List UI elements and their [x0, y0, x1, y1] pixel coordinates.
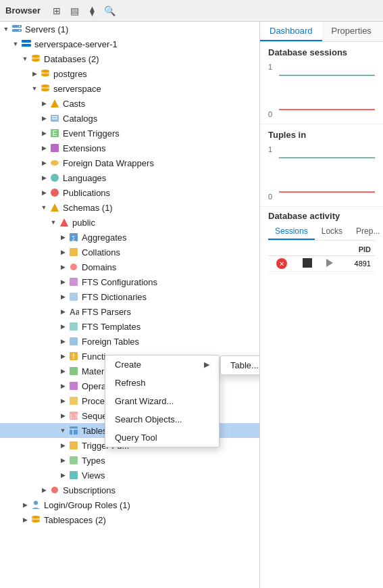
toggle-foreigntables[interactable]: ▶: [58, 337, 68, 346]
toggle-postgres[interactable]: ▶: [30, 69, 39, 78]
svg-rect-34: [70, 322, 78, 330]
toggle-eventtriggers[interactable]: ▶: [39, 128, 49, 138]
tree-node-server1[interactable]: ▼serverspace-server-1: [0, 36, 259, 51]
tree-node-views[interactable]: ▶Views: [0, 468, 259, 483]
toggle-publications[interactable]: ▶: [39, 188, 49, 197]
svg-rect-47: [70, 456, 78, 464]
toggle-domains[interactable]: ▶: [58, 262, 68, 272]
label-databases: Databases (2): [44, 54, 99, 64]
toggle-matviews[interactable]: ▶: [58, 366, 68, 376]
toggle-loginroles[interactable]: ▶: [20, 500, 30, 510]
tree-node-loginroles[interactable]: ▶Login/Group Roles (1): [0, 497, 259, 512]
toggle-ftsconfigs[interactable]: ▶: [58, 277, 68, 287]
tree-node-serverspace[interactable]: ▼serverspace: [0, 81, 259, 96]
tab-properties[interactable]: Properties: [322, 22, 381, 41]
toggle-public[interactable]: ▼: [49, 218, 58, 227]
tree-node-postgres[interactable]: ▶postgres: [0, 66, 259, 81]
tree-node-schemas[interactable]: ▼Schemas (1): [0, 200, 259, 215]
tree-node-catalogs[interactable]: ▶Catalogs: [0, 111, 259, 126]
tree-node-subscriptions[interactable]: ▶Subscriptions: [0, 483, 259, 497]
toggle-ftstemplates[interactable]: ▶: [58, 322, 68, 331]
toggle-languages[interactable]: ▶: [39, 173, 49, 182]
toggle-schemas[interactable]: ▼: [39, 203, 49, 212]
toggle-databases[interactable]: ▼: [20, 54, 30, 64]
toggle-serverspace[interactable]: ▼: [30, 84, 39, 93]
tree-node-collations[interactable]: ▶Collations: [0, 245, 259, 260]
filter-icon[interactable]: ⧫: [84, 3, 100, 19]
toggle-servers[interactable]: ▼: [1, 24, 11, 34]
toggle-collations[interactable]: ▶: [58, 247, 68, 257]
toggle-subscriptions[interactable]: ▶: [39, 485, 49, 495]
svg-rect-35: [70, 337, 78, 345]
toggle-foreignwrappers[interactable]: ▶: [39, 158, 49, 168]
context-menu-item-0[interactable]: Create▶Table...: [105, 356, 219, 374]
toggle-tablespaces[interactable]: ▶: [20, 515, 30, 524]
tree-node-aggregates[interactable]: ▶∑Aggregates: [0, 230, 259, 245]
label-ftsdicts: FTS Dictionaries: [82, 292, 147, 302]
toggle-tables[interactable]: ▼: [58, 426, 68, 435]
toggle-server1[interactable]: ▼: [11, 39, 20, 49]
tree-node-tablespaces[interactable]: ▶Tablespaces (2): [0, 512, 259, 527]
context-menu-item-1[interactable]: Refresh: [105, 374, 219, 392]
tree-node-languages[interactable]: ▶Languages: [0, 170, 259, 185]
tree-node-foreigntables[interactable]: ▶Foreign Tables: [0, 334, 259, 349]
action-play[interactable]: [320, 256, 340, 272]
table-icon[interactable]: ▤: [66, 3, 82, 19]
tab-bar: Dashboard Properties S...: [260, 22, 383, 42]
tree-node-databases[interactable]: ▼Databases (2): [0, 51, 259, 66]
tree-node-types[interactable]: ▶Types: [0, 453, 259, 468]
toggle-ftsdicts[interactable]: ▶: [58, 292, 68, 301]
toggle-functions[interactable]: ▶: [58, 351, 68, 361]
tree-node-ftsdicts[interactable]: ▶FTS Dictionaries: [0, 289, 259, 304]
icon-collations: [68, 246, 80, 258]
svg-text:∑: ∑: [72, 235, 76, 241]
label-tablespaces: Tablespaces (2): [44, 515, 106, 525]
tree-node-foreignwrappers[interactable]: ▶Foreign Data Wrappers: [0, 155, 259, 170]
icon-ftstemplates: [68, 320, 80, 333]
sessions-chart: 1 0: [268, 60, 375, 121]
tree-node-casts[interactable]: ▶Casts: [0, 96, 259, 111]
action-pause[interactable]: [295, 256, 320, 272]
context-menu-item-2[interactable]: Grant Wizard...: [105, 392, 219, 410]
activity-tab-sessions[interactable]: Sessions: [268, 224, 315, 240]
action-stop[interactable]: ✕: [268, 256, 295, 272]
context-menu-item-3[interactable]: Search Objects...: [105, 410, 219, 428]
icon-extensions: [49, 142, 61, 154]
icon-casts: [49, 97, 61, 109]
tree-node-domains[interactable]: ▶Domains: [0, 260, 259, 274]
submenu-item[interactable]: Table...: [221, 356, 260, 374]
toggle-ftsparsers[interactable]: ▶: [58, 307, 68, 316]
tree-node-ftsconfigs[interactable]: ▶FTS Configurations: [0, 274, 259, 289]
toggle-triggerfuncs[interactable]: ▶: [58, 441, 68, 450]
icon-ftsdicts: [68, 291, 80, 303]
activity-tab-prep[interactable]: Prep...: [349, 224, 383, 240]
tree-node-publications[interactable]: ▶Publications: [0, 185, 259, 200]
toggle-casts[interactable]: ▶: [39, 99, 49, 108]
svg-point-3: [19, 30, 20, 31]
icon-server1: [20, 38, 32, 50]
svg-point-53: [32, 520, 40, 522]
grid-icon[interactable]: ⊞: [49, 3, 65, 19]
tab-dashboard[interactable]: Dashboard: [260, 22, 322, 41]
toggle-catalogs[interactable]: ▶: [39, 114, 49, 123]
tree-node-ftsparsers[interactable]: ▶AaFTS Parsers: [0, 304, 259, 319]
toggle-types[interactable]: ▶: [58, 456, 68, 465]
icon-languages: [49, 172, 61, 184]
label-ftsparsers: FTS Parsers: [82, 307, 131, 317]
activity-tab-locks[interactable]: Locks: [315, 224, 349, 240]
context-menu-item-4[interactable]: Query Tool: [105, 428, 219, 447]
tree-node-servers[interactable]: ▼Servers (1): [0, 22, 259, 36]
toggle-extensions[interactable]: ▶: [39, 143, 49, 153]
label-extensions: Extensions: [63, 143, 106, 153]
tree-node-public[interactable]: ▼public: [0, 215, 259, 230]
icon-servers: [11, 23, 23, 35]
toggle-aggregates[interactable]: ▶: [58, 232, 68, 242]
toggle-views[interactable]: ▶: [58, 470, 68, 480]
tree-node-extensions[interactable]: ▶Extensions: [0, 141, 259, 155]
toggle-operators[interactable]: ▶: [58, 381, 68, 391]
toggle-sequences[interactable]: ▶: [58, 411, 68, 420]
toggle-procedures[interactable]: ▶: [58, 396, 68, 406]
tree-node-ftstemplates[interactable]: ▶FTS Templates: [0, 319, 259, 334]
search-icon[interactable]: 🔍: [101, 3, 118, 19]
tree-node-eventtriggers[interactable]: ▶EEvent Triggers: [0, 126, 259, 141]
